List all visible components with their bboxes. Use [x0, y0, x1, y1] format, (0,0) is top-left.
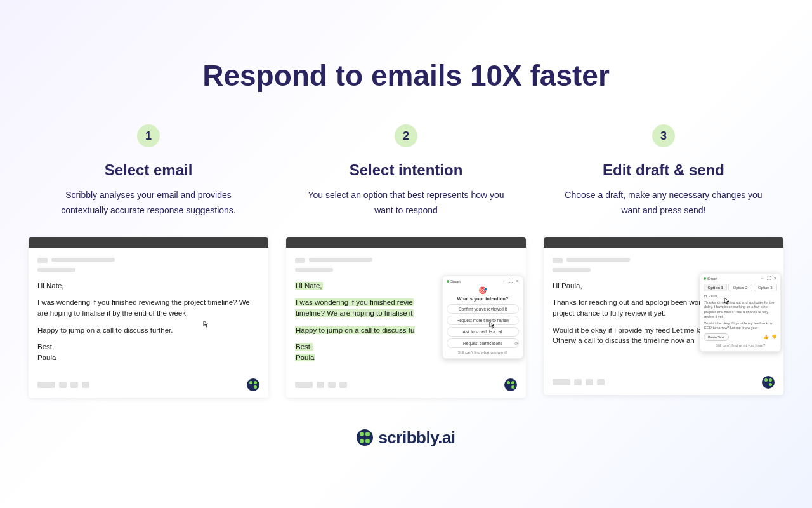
email-p2: Happy to jump on a call to discuss furth…	[37, 325, 259, 336]
paste-text-button[interactable]: Paste Text	[704, 333, 729, 341]
intent-option-2[interactable]: Request more time to review	[447, 316, 519, 325]
steps-row: 1 Select email Scribbly analyses your em…	[0, 124, 812, 398]
headline: Respond to emails 10X faster	[0, 58, 812, 93]
popup-title: What's your intention?	[447, 296, 519, 302]
back-icon[interactable]: ←	[761, 276, 765, 281]
step-3-title: Edit draft & send	[603, 161, 724, 179]
step-3-badge: 3	[652, 124, 675, 147]
email-p1: I was wondering if you finished reviewin…	[37, 297, 259, 318]
step-3-desc: Choose a draft, make any necessary chang…	[562, 188, 765, 218]
brand-text: scribbly.ai	[378, 428, 455, 448]
mock-3: Hi Paula, Thanks for reaching out and ap…	[544, 237, 783, 395]
brand-logo-icon	[357, 429, 373, 446]
tab-option-3[interactable]: Option 3	[754, 284, 777, 291]
draft-popup: Smart ← ⛶ ✕ Option 1 Option 2 Option 3 H…	[700, 273, 781, 352]
close-icon[interactable]: ✕	[515, 279, 519, 284]
intention-popup: Smart ← ⛶ ✕ 🎯 What's your intention? Con…	[442, 276, 523, 359]
step-2: 2 Select intention You select an option …	[286, 124, 526, 398]
thumbs-down-icon[interactable]: 👎	[771, 335, 777, 340]
draft-text: Hi Paula, Thanks for reaching out and ap…	[704, 294, 777, 331]
brand: scribbly.ai	[0, 428, 812, 448]
back-icon[interactable]: ←	[502, 279, 507, 284]
mock-1: Hi Nate, I was wondering if you finished…	[29, 237, 268, 398]
expand-icon[interactable]: ⛶	[767, 276, 771, 281]
email-greeting: Hi Nate,	[37, 281, 259, 291]
step-3: 3 Edit draft & send Choose a draft, make…	[544, 124, 783, 398]
email-1-body: Hi Nate, I was wondering if you finished…	[29, 276, 268, 373]
intent-option-1[interactable]: Confirm you've reviewed it	[447, 304, 519, 314]
close-icon[interactable]: ✕	[773, 276, 777, 281]
mock-2: Hi Nate, I was wondering if you finished…	[286, 237, 526, 398]
smart-tag: Smart	[704, 277, 717, 281]
target-icon: 🎯	[447, 286, 519, 295]
tab-option-2[interactable]: Option 2	[728, 284, 752, 291]
smart-tag: Smart	[447, 279, 461, 283]
step-1-badge: 1	[137, 124, 160, 147]
refresh-icon[interactable]: ⟳	[514, 341, 519, 347]
intent-option-4[interactable]: Request clarifications	[447, 338, 519, 348]
scribbly-icon[interactable]	[762, 376, 775, 389]
step-2-title: Select intention	[350, 161, 463, 179]
scribbly-icon[interactable]	[504, 378, 517, 391]
step-1: 1 Select email Scribbly analyses your em…	[29, 124, 268, 398]
popup-footer: Still can't find what you want?	[704, 344, 777, 347]
popup-footer: Still can't find what you want?	[447, 351, 519, 354]
step-1-title: Select email	[105, 161, 193, 179]
intent-option-3[interactable]: Ask to schedule a call	[447, 327, 519, 337]
step-2-badge: 2	[395, 124, 417, 147]
scribbly-icon[interactable]	[247, 378, 259, 391]
tab-option-1[interactable]: Option 1	[704, 284, 727, 291]
email-signoff: Best,Paula	[37, 342, 259, 363]
step-2-desc: You select an option that best represent…	[304, 188, 508, 218]
thumbs-up-icon[interactable]: 👍	[763, 335, 769, 340]
expand-icon[interactable]: ⛶	[509, 279, 513, 284]
step-1-desc: Scribbly analyses your email and provide…	[47, 188, 250, 218]
